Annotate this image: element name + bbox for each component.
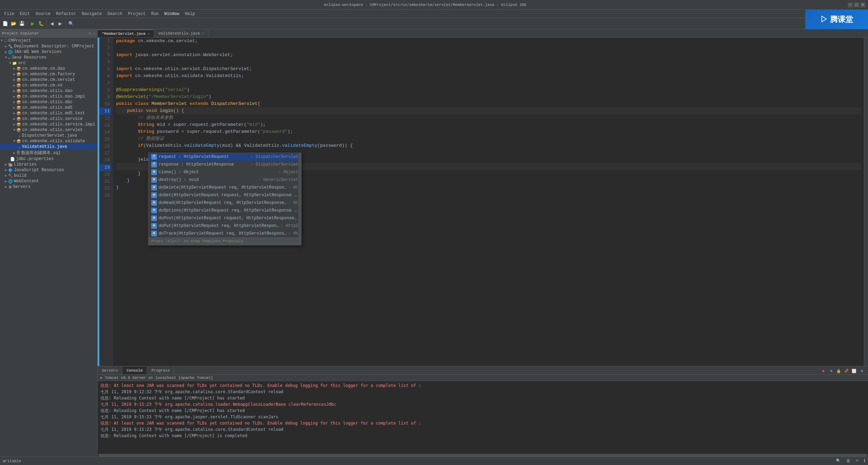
menu-search[interactable]: Search xyxy=(105,11,125,17)
toolbar-search[interactable]: 🔍 xyxy=(67,20,75,28)
class-name: MemberServlet xyxy=(151,100,186,107)
tab-member-servlet[interactable]: *MemberServlet.java ✕ xyxy=(98,30,154,37)
autocomplete-item-doget[interactable]: m doGet(HttpServletRequest request, Http… xyxy=(149,191,301,199)
tree-label: Java Resources xyxy=(12,55,47,60)
bottom-tab-console[interactable]: Console xyxy=(122,367,147,374)
tree-item-build[interactable]: ▶ 🔨 build xyxy=(0,173,97,178)
console-pin-btn[interactable]: 📌 xyxy=(843,367,850,374)
tree-item-utils-dbc[interactable]: ▶ 📦 cn.xmkeshe.utils.dbc xyxy=(0,99,97,105)
tree-item-dao[interactable]: ▶ 📦 cn.xmkeshe.cm.dao xyxy=(0,66,97,71)
autocomplete-item-request[interactable]: f request : HttpServletRequest - Dispatc… xyxy=(149,153,301,161)
close-button[interactable]: ✕ xyxy=(860,2,865,7)
ac-scrollbar[interactable] xyxy=(298,153,301,237)
autocomplete-item-dodelete[interactable]: m doDelete(HttpServletRequest req, HttpS… xyxy=(149,184,301,191)
line-num-current: 19 xyxy=(99,164,111,171)
autocomplete-popup: f request : HttpServletRequest - Dispatc… xyxy=(148,153,302,245)
toolbar-new[interactable]: 📄 xyxy=(1,20,9,28)
bottom-tab-servers[interactable]: Servers xyxy=(98,367,122,374)
bottom-tab-progress[interactable]: Progress xyxy=(147,367,174,374)
tree-item-utils-dao[interactable]: ▶ 📦 cn.xmkeshe.utils.dao xyxy=(0,88,97,94)
maximize-button[interactable]: □ xyxy=(854,2,859,7)
tab-validate-utils[interactable]: ValidateUtils.java ✕ xyxy=(154,30,208,37)
toolbar-save[interactable]: 💾 xyxy=(18,20,26,28)
line-num: 21 xyxy=(99,178,111,185)
tree-item-servlet[interactable]: ▶ 📦 cn.xmkeshe.cm.servlet xyxy=(0,77,97,83)
menu-project[interactable]: Project xyxy=(125,11,148,17)
autocomplete-item-dotrace[interactable]: m doTrace(HttpServletRequest req, HttpSe… xyxy=(149,230,301,237)
tree-item-servers[interactable]: ▶ 🖥 Servers xyxy=(0,184,97,190)
tree-item-utils-md5-test[interactable]: ▶ 📦 cn.xmkeshe.utils.md5.test xyxy=(0,110,97,116)
right-panel: *MemberServlet.java ✕ ValidateUtils.java… xyxy=(98,29,868,457)
console-close-btn[interactable]: ✕ xyxy=(858,367,865,374)
ac-item-text: clone() : Object xyxy=(159,169,277,176)
autocomplete-item-response[interactable]: f response : HttpServletResponse - Dispa… xyxy=(149,161,301,168)
editor-tab-bar: *MemberServlet.java ✕ ValidateUtils.java… xyxy=(98,29,868,38)
tree-item-libraries[interactable]: ▶ 📚 Libraries xyxy=(0,162,97,167)
tree-item-utils-service-impl[interactable]: ▶ 📦 cn.xmkeshe.utils.service.impl xyxy=(0,122,97,127)
autocomplete-item-doput[interactable]: m doPut(HttpServletRequest req, HttpServ… xyxy=(149,222,301,230)
code-text: } xyxy=(116,184,119,191)
console-clear-btn[interactable]: ✕ xyxy=(828,367,835,374)
status-bar: Writable 🔍 英 ⌨ ℹ xyxy=(0,457,868,465)
tree-item-js-resources[interactable]: ▶ 🔷 JavaScript Resources xyxy=(0,167,97,173)
menu-run[interactable]: Run xyxy=(149,11,162,17)
tree-item-java-resources[interactable]: ▼ ☕ Java Resources xyxy=(0,55,97,60)
tree-item-vo[interactable]: ▶ 📦 cn.xmkeshe.cm.vo xyxy=(0,83,97,88)
tree-item-utils-dao-impl[interactable]: ▶ 📦 cn.xmkeshe.utils.dao.impl xyxy=(0,94,97,99)
tree-item-webcontent[interactable]: ▶ 🌐 WebContent xyxy=(0,178,97,184)
tree-item-jax[interactable]: ▶ 🌐 JAX-WS Web Services xyxy=(0,49,97,55)
toolbar-forward[interactable]: ▶ xyxy=(56,20,64,28)
tree-item-utils-servlet[interactable]: ▼ 📦 cn.xmkeshe.utils.servlet xyxy=(0,127,97,133)
sidebar-header: Project Explorer ⊡ ✕ xyxy=(0,29,97,38)
ac-item-type: - Ht xyxy=(288,230,298,237)
tree-item-validate-utils[interactable]: ☕ ValidateUtils.java xyxy=(0,144,97,150)
sidebar-title: Project Explorer xyxy=(2,31,39,36)
comment: // 数据验证 xyxy=(116,135,164,142)
autocomplete-item-dohead[interactable]: m doHead(HttpServletRequest req, HttpSer… xyxy=(149,199,301,207)
menu-navigate[interactable]: Navigate xyxy=(79,11,105,17)
tree-label: build xyxy=(14,173,26,178)
keyword: void xyxy=(146,107,157,114)
console-scrollbar[interactable] xyxy=(98,454,867,457)
tab-close-icon[interactable]: ✕ xyxy=(202,31,204,36)
console-stop-btn[interactable]: ■ xyxy=(820,367,827,374)
toolbar-open[interactable]: 📂 xyxy=(10,20,17,28)
code-line: package cn.xmkeshe.cm.servlet; xyxy=(116,38,861,45)
toolbar-back[interactable]: ◀ xyxy=(48,20,56,28)
autocomplete-item-clone[interactable]: m clone() : Object - Object xyxy=(149,168,301,176)
toolbar-debug[interactable]: 🐛 xyxy=(37,20,45,28)
tree-item-utils-md5[interactable]: ▶ 📦 cn.xmkeshe.utils.md5 xyxy=(0,105,97,110)
tree-expand-icon: ▶ xyxy=(0,83,15,87)
tree-item-dispatcher[interactable]: ☕ DispatcherServlet.java xyxy=(0,133,97,138)
tree-item-factory[interactable]: ▶ 📦 cn.xmkeshe.cm.factory xyxy=(0,71,97,77)
minimize-button[interactable]: ─ xyxy=(848,2,853,7)
tab-close-icon[interactable]: ✕ xyxy=(147,32,150,36)
tree-item-props[interactable]: 📄 jdbc.properties xyxy=(0,156,97,162)
menu-refactor[interactable]: Refactor xyxy=(53,11,79,17)
menu-edit[interactable]: Edit xyxy=(17,11,33,17)
autocomplete-item-dopost[interactable]: m doPost(HttpServletRequest request, Htt… xyxy=(149,214,301,222)
code-text: ( xyxy=(146,93,149,100)
console-scroll-lock-btn[interactable]: 🔒 xyxy=(835,367,842,374)
tree-item-deployment[interactable]: ▶ 🔧 Deployment Descriptor: CMProject xyxy=(0,44,97,49)
menu-source[interactable]: Source xyxy=(33,11,53,17)
line-num: 22 xyxy=(99,185,111,192)
code-content[interactable]: package cn.xmkeshe.cm.servlet; import ja… xyxy=(113,38,864,366)
tree-item-utils-service[interactable]: ▶ 📦 cn.xmkeshe.utils.service xyxy=(0,116,97,122)
tree-item-cmproject[interactable]: ▼ ⬡ CMProject xyxy=(0,38,97,44)
package-icon: 📦 xyxy=(16,122,21,127)
tree-label: cn.xmkeshe.cm.servlet xyxy=(22,77,75,82)
autocomplete-item-dooptions[interactable]: m doOptions(HttpServletRequest req, Http… xyxy=(149,207,301,214)
menu-file[interactable]: File xyxy=(1,11,17,17)
ac-item-type: - Object xyxy=(278,169,298,176)
toolbar-run[interactable]: ▶ xyxy=(29,20,37,28)
tree-item-sql[interactable]: ▶ 🗄 数据库创建脚本.sql xyxy=(0,150,97,156)
tree-label: 数据库创建脚本.sql xyxy=(21,150,61,156)
tree-item-src[interactable]: ▼ 📁 src xyxy=(0,60,97,66)
autocomplete-item-destroy[interactable]: m destroy() : void - GenericServlet xyxy=(149,176,301,184)
menu-window[interactable]: Window xyxy=(161,11,182,17)
menu-help[interactable]: Help xyxy=(182,11,198,17)
tree-item-utils-validate[interactable]: ▼ 📦 cn.xmkeshe.utils.validate xyxy=(0,138,97,144)
package-icon: 📦 xyxy=(16,128,21,132)
console-expand-btn[interactable]: ⬜ xyxy=(851,367,858,374)
